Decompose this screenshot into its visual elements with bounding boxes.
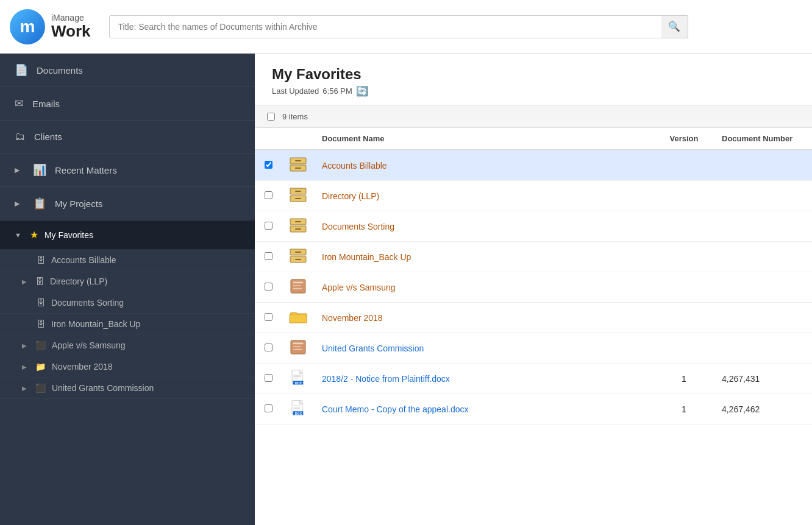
col-header-name[interactable]: Document Name	[315, 128, 654, 150]
sidebar-item-emails[interactable]: ✉ Emails	[0, 87, 255, 121]
logo-work: Work	[51, 23, 91, 40]
row-check-6[interactable]	[265, 344, 272, 351]
row-checkbox-4	[255, 272, 282, 303]
sidebar-item-documents-label: Documents	[37, 65, 83, 76]
sidebar-subitem-iron-mountain[interactable]: 🗄 Iron Mountain_Back Up	[0, 314, 255, 335]
items-count: 9 items	[282, 112, 308, 121]
row-check-2[interactable]	[265, 222, 272, 230]
documents-sorting-icon: 🗄	[37, 298, 45, 308]
table-header-row: Document Name Version Document Number	[255, 128, 812, 150]
svg-rect-14	[295, 252, 301, 253]
doc-name-link[interactable]: Documents Sorting	[322, 222, 394, 231]
table-row[interactable]: Iron Mountain_Back Up	[255, 242, 812, 272]
file-type-icon	[289, 248, 307, 264]
table-row[interactable]: DOC Court Memo - Copy of the appeal.docx…	[255, 394, 812, 425]
doc-name-link[interactable]: Apple v/s Samsung	[322, 283, 396, 292]
content-header: My Favorites Last Updated 6:56 PM 🔄	[255, 54, 812, 106]
file-type-icon	[289, 278, 307, 294]
row-check-4[interactable]	[265, 283, 272, 291]
svg-rect-19	[293, 288, 302, 289]
file-type-icon	[289, 339, 307, 355]
file-type-icon: DOC	[289, 400, 307, 416]
sidebar-subitem-directory-llp[interactable]: ▶ 🗄 Directory (LLP)	[0, 271, 255, 292]
row-check-8[interactable]	[265, 404, 272, 412]
col-header-version[interactable]: Version	[654, 128, 714, 150]
sidebar-subitem-documents-sorting[interactable]: 🗄 Documents Sorting	[0, 292, 255, 314]
table-row[interactable]: DOC 2018/2 - Notice from Plaintiff.docx …	[255, 364, 812, 394]
sidebar: 📄 Documents ✉ Emails 🗂 Clients ▶ 📊 Recen…	[0, 54, 255, 525]
row-checkbox-8	[255, 394, 282, 425]
sidebar-item-documents[interactable]: 📄 Documents	[0, 54, 255, 87]
last-updated-time: 6:56 PM	[322, 86, 352, 96]
file-type-icon	[289, 187, 307, 203]
row-icon-5	[282, 303, 315, 333]
sidebar-item-my-projects[interactable]: ▶ 📋 My Projects	[0, 187, 255, 220]
row-icon-8: DOC	[282, 394, 315, 425]
select-all-checkbox[interactable]	[267, 113, 275, 121]
row-name-6: United Grants Commission	[315, 333, 654, 364]
row-name-4: Apple v/s Samsung	[315, 272, 654, 303]
row-check-3[interactable]	[265, 252, 272, 260]
row-name-0: Accounts Billable	[315, 150, 654, 181]
logo-icon: m	[10, 9, 45, 44]
row-name-7: 2018/2 - Notice from Plaintiff.docx	[315, 364, 654, 394]
doc-name-link[interactable]: Court Memo - Copy of the appeal.docx	[322, 404, 468, 414]
last-updated-bar: Last Updated 6:56 PM 🔄	[272, 85, 795, 97]
table-row[interactable]: Accounts Billable	[255, 150, 812, 181]
row-name-1: Directory (LLP)	[315, 181, 654, 211]
row-docnum-1	[714, 181, 812, 211]
sidebar-favorites-header[interactable]: ▼ ★ My Favorites	[0, 220, 255, 250]
sidebar-subitem-accounts-billable[interactable]: 🗄 Accounts Billable	[0, 250, 255, 271]
logo-text: iManage Work	[51, 13, 91, 40]
row-docnum-3	[714, 242, 812, 272]
doc-name-link[interactable]: Accounts Billable	[322, 161, 387, 171]
table-row[interactable]: Directory (LLP)	[255, 181, 812, 211]
svg-rect-17	[293, 282, 304, 284]
search-button[interactable]: 🔍	[661, 15, 688, 38]
svg-text:DOC: DOC	[295, 412, 302, 415]
sidebar-subitem-apple-samsung[interactable]: ▶ ⬛ Apple v/s Samsung	[0, 335, 255, 356]
sidebar-item-recent-matters[interactable]: ▶ 📊 Recent Matters	[0, 153, 255, 187]
search-input[interactable]	[109, 15, 688, 38]
sidebar-item-my-projects-label: My Projects	[55, 199, 102, 209]
row-check-0[interactable]	[265, 161, 272, 169]
united-grants-arrow-icon: ▶	[22, 385, 27, 392]
page-title: My Favorites	[272, 66, 795, 83]
doc-name-link[interactable]: 2018/2 - Notice from Plaintiff.docx	[322, 374, 450, 384]
col-header-docnum[interactable]: Document Number	[714, 128, 812, 150]
doc-name-link[interactable]: November 2018	[322, 313, 383, 323]
accounts-billable-icon: 🗄	[37, 255, 45, 265]
row-icon-3	[282, 242, 315, 272]
row-check-1[interactable]	[265, 191, 272, 199]
table-row[interactable]: Apple v/s Samsung	[255, 272, 812, 303]
table-row[interactable]: Documents Sorting	[255, 211, 812, 242]
directory-llp-arrow-icon: ▶	[22, 278, 27, 285]
doc-name-link[interactable]: United Grants Commission	[322, 344, 424, 353]
row-version-5	[654, 303, 714, 333]
doc-name-link[interactable]: Iron Mountain_Back Up	[322, 252, 411, 262]
svg-rect-10	[295, 221, 301, 222]
documents-table: Document Name Version Document Number Ac…	[255, 128, 812, 425]
refresh-icon[interactable]: 🔄	[356, 85, 368, 97]
svg-rect-6	[295, 191, 301, 192]
row-icon-2	[282, 211, 315, 242]
row-docnum-6	[714, 333, 812, 364]
row-name-3: Iron Mountain_Back Up	[315, 242, 654, 272]
sidebar-item-clients[interactable]: 🗂 Clients	[0, 121, 255, 153]
sidebar-subitem-november-2018[interactable]: ▶ 📁 November 2018	[0, 356, 255, 378]
sidebar-subitem-united-grants[interactable]: ▶ ⬛ United Grants Commission	[0, 378, 255, 399]
doc-name-link[interactable]: Directory (LLP)	[322, 191, 379, 201]
row-icon-7: DOC	[282, 364, 315, 394]
row-icon-1	[282, 181, 315, 211]
sidebar-subitem-documents-sorting-label: Documents Sorting	[51, 298, 124, 308]
table-row[interactable]: United Grants Commission	[255, 333, 812, 364]
logo: m iManage Work	[10, 9, 91, 44]
sidebar-favorites-label: My Favorites	[45, 230, 93, 240]
row-check-7[interactable]	[265, 374, 272, 382]
row-check-5[interactable]	[265, 313, 272, 321]
table-row[interactable]: November 2018	[255, 303, 812, 333]
row-checkbox-5	[255, 303, 282, 333]
logo-letter: m	[20, 17, 35, 37]
iron-mountain-icon: 🗄	[37, 319, 45, 329]
row-icon-6	[282, 333, 315, 364]
